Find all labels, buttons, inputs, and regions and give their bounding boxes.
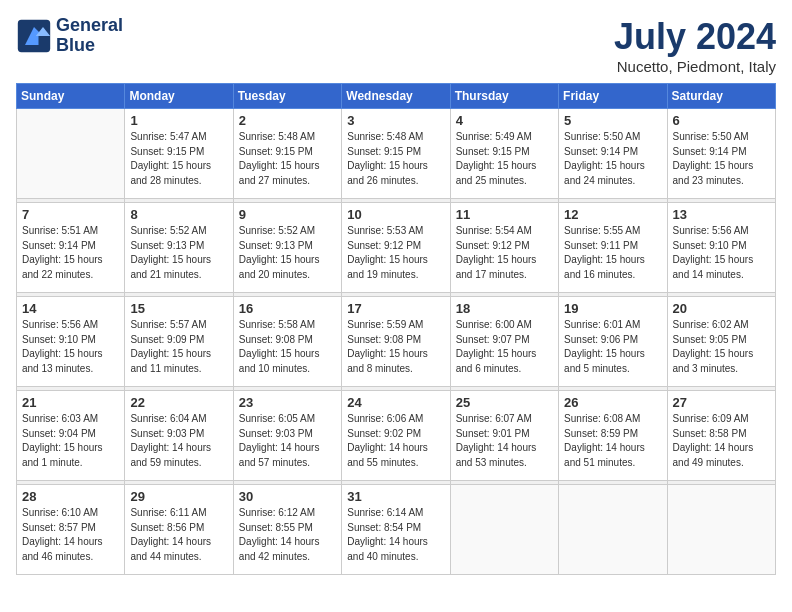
day-number: 29 xyxy=(130,489,227,504)
calendar-cell: 7Sunrise: 5:51 AM Sunset: 9:14 PM Daylig… xyxy=(17,203,125,293)
day-number: 13 xyxy=(673,207,770,222)
day-number: 10 xyxy=(347,207,444,222)
day-number: 22 xyxy=(130,395,227,410)
calendar-cell: 31Sunrise: 6:14 AM Sunset: 8:54 PM Dayli… xyxy=(342,485,450,575)
day-number: 25 xyxy=(456,395,553,410)
day-header-monday: Monday xyxy=(125,84,233,109)
day-info: Sunrise: 5:50 AM Sunset: 9:14 PM Dayligh… xyxy=(673,130,770,188)
day-number: 16 xyxy=(239,301,336,316)
calendar-cell: 21Sunrise: 6:03 AM Sunset: 9:04 PM Dayli… xyxy=(17,391,125,481)
day-number: 6 xyxy=(673,113,770,128)
day-info: Sunrise: 6:00 AM Sunset: 9:07 PM Dayligh… xyxy=(456,318,553,376)
day-number: 30 xyxy=(239,489,336,504)
day-info: Sunrise: 5:49 AM Sunset: 9:15 PM Dayligh… xyxy=(456,130,553,188)
calendar-cell: 9Sunrise: 5:52 AM Sunset: 9:13 PM Daylig… xyxy=(233,203,341,293)
day-header-saturday: Saturday xyxy=(667,84,775,109)
day-info: Sunrise: 5:51 AM Sunset: 9:14 PM Dayligh… xyxy=(22,224,119,282)
day-number: 8 xyxy=(130,207,227,222)
day-info: Sunrise: 5:50 AM Sunset: 9:14 PM Dayligh… xyxy=(564,130,661,188)
calendar-cell: 30Sunrise: 6:12 AM Sunset: 8:55 PM Dayli… xyxy=(233,485,341,575)
logo: General Blue xyxy=(16,16,123,56)
calendar-header-row: SundayMondayTuesdayWednesdayThursdayFrid… xyxy=(17,84,776,109)
day-header-wednesday: Wednesday xyxy=(342,84,450,109)
location: Nucetto, Piedmont, Italy xyxy=(614,58,776,75)
calendar-week-row: 7Sunrise: 5:51 AM Sunset: 9:14 PM Daylig… xyxy=(17,203,776,293)
calendar-cell: 11Sunrise: 5:54 AM Sunset: 9:12 PM Dayli… xyxy=(450,203,558,293)
day-info: Sunrise: 5:52 AM Sunset: 9:13 PM Dayligh… xyxy=(130,224,227,282)
day-number: 4 xyxy=(456,113,553,128)
day-info: Sunrise: 6:06 AM Sunset: 9:02 PM Dayligh… xyxy=(347,412,444,470)
calendar-cell: 6Sunrise: 5:50 AM Sunset: 9:14 PM Daylig… xyxy=(667,109,775,199)
calendar-cell: 5Sunrise: 5:50 AM Sunset: 9:14 PM Daylig… xyxy=(559,109,667,199)
calendar-cell: 24Sunrise: 6:06 AM Sunset: 9:02 PM Dayli… xyxy=(342,391,450,481)
day-info: Sunrise: 6:04 AM Sunset: 9:03 PM Dayligh… xyxy=(130,412,227,470)
calendar-cell xyxy=(667,485,775,575)
day-info: Sunrise: 5:55 AM Sunset: 9:11 PM Dayligh… xyxy=(564,224,661,282)
day-number: 21 xyxy=(22,395,119,410)
day-info: Sunrise: 5:56 AM Sunset: 9:10 PM Dayligh… xyxy=(673,224,770,282)
day-info: Sunrise: 6:03 AM Sunset: 9:04 PM Dayligh… xyxy=(22,412,119,470)
day-number: 12 xyxy=(564,207,661,222)
calendar-cell: 29Sunrise: 6:11 AM Sunset: 8:56 PM Dayli… xyxy=(125,485,233,575)
day-info: Sunrise: 5:57 AM Sunset: 9:09 PM Dayligh… xyxy=(130,318,227,376)
day-number: 5 xyxy=(564,113,661,128)
day-info: Sunrise: 5:52 AM Sunset: 9:13 PM Dayligh… xyxy=(239,224,336,282)
day-info: Sunrise: 5:53 AM Sunset: 9:12 PM Dayligh… xyxy=(347,224,444,282)
calendar-cell: 22Sunrise: 6:04 AM Sunset: 9:03 PM Dayli… xyxy=(125,391,233,481)
day-info: Sunrise: 6:09 AM Sunset: 8:58 PM Dayligh… xyxy=(673,412,770,470)
day-number: 27 xyxy=(673,395,770,410)
calendar-week-row: 14Sunrise: 5:56 AM Sunset: 9:10 PM Dayli… xyxy=(17,297,776,387)
day-info: Sunrise: 5:54 AM Sunset: 9:12 PM Dayligh… xyxy=(456,224,553,282)
day-number: 24 xyxy=(347,395,444,410)
day-number: 31 xyxy=(347,489,444,504)
calendar-cell: 13Sunrise: 5:56 AM Sunset: 9:10 PM Dayli… xyxy=(667,203,775,293)
day-number: 18 xyxy=(456,301,553,316)
calendar-cell: 2Sunrise: 5:48 AM Sunset: 9:15 PM Daylig… xyxy=(233,109,341,199)
day-info: Sunrise: 5:48 AM Sunset: 9:15 PM Dayligh… xyxy=(347,130,444,188)
logo-line2: Blue xyxy=(56,36,123,56)
day-info: Sunrise: 6:14 AM Sunset: 8:54 PM Dayligh… xyxy=(347,506,444,564)
day-number: 23 xyxy=(239,395,336,410)
calendar-table: SundayMondayTuesdayWednesdayThursdayFrid… xyxy=(16,83,776,575)
calendar-cell: 28Sunrise: 6:10 AM Sunset: 8:57 PM Dayli… xyxy=(17,485,125,575)
day-info: Sunrise: 5:47 AM Sunset: 9:15 PM Dayligh… xyxy=(130,130,227,188)
calendar-cell: 14Sunrise: 5:56 AM Sunset: 9:10 PM Dayli… xyxy=(17,297,125,387)
calendar-cell: 8Sunrise: 5:52 AM Sunset: 9:13 PM Daylig… xyxy=(125,203,233,293)
calendar-cell xyxy=(559,485,667,575)
calendar-cell: 3Sunrise: 5:48 AM Sunset: 9:15 PM Daylig… xyxy=(342,109,450,199)
day-number: 11 xyxy=(456,207,553,222)
day-number: 20 xyxy=(673,301,770,316)
calendar-cell: 27Sunrise: 6:09 AM Sunset: 8:58 PM Dayli… xyxy=(667,391,775,481)
title-block: July 2024 Nucetto, Piedmont, Italy xyxy=(614,16,776,75)
calendar-week-row: 28Sunrise: 6:10 AM Sunset: 8:57 PM Dayli… xyxy=(17,485,776,575)
day-info: Sunrise: 6:10 AM Sunset: 8:57 PM Dayligh… xyxy=(22,506,119,564)
calendar-cell: 18Sunrise: 6:00 AM Sunset: 9:07 PM Dayli… xyxy=(450,297,558,387)
day-number: 28 xyxy=(22,489,119,504)
day-info: Sunrise: 6:02 AM Sunset: 9:05 PM Dayligh… xyxy=(673,318,770,376)
calendar-cell: 25Sunrise: 6:07 AM Sunset: 9:01 PM Dayli… xyxy=(450,391,558,481)
logo-line1: General xyxy=(56,16,123,36)
day-number: 19 xyxy=(564,301,661,316)
day-info: Sunrise: 5:56 AM Sunset: 9:10 PM Dayligh… xyxy=(22,318,119,376)
calendar-cell: 16Sunrise: 5:58 AM Sunset: 9:08 PM Dayli… xyxy=(233,297,341,387)
calendar-cell xyxy=(450,485,558,575)
day-number: 9 xyxy=(239,207,336,222)
day-number: 2 xyxy=(239,113,336,128)
calendar-cell: 17Sunrise: 5:59 AM Sunset: 9:08 PM Dayli… xyxy=(342,297,450,387)
day-info: Sunrise: 6:07 AM Sunset: 9:01 PM Dayligh… xyxy=(456,412,553,470)
day-number: 3 xyxy=(347,113,444,128)
day-header-friday: Friday xyxy=(559,84,667,109)
day-number: 14 xyxy=(22,301,119,316)
day-info: Sunrise: 6:11 AM Sunset: 8:56 PM Dayligh… xyxy=(130,506,227,564)
day-number: 17 xyxy=(347,301,444,316)
day-info: Sunrise: 5:58 AM Sunset: 9:08 PM Dayligh… xyxy=(239,318,336,376)
day-header-thursday: Thursday xyxy=(450,84,558,109)
calendar-week-row: 1Sunrise: 5:47 AM Sunset: 9:15 PM Daylig… xyxy=(17,109,776,199)
calendar-cell: 15Sunrise: 5:57 AM Sunset: 9:09 PM Dayli… xyxy=(125,297,233,387)
calendar-cell: 4Sunrise: 5:49 AM Sunset: 9:15 PM Daylig… xyxy=(450,109,558,199)
day-info: Sunrise: 5:59 AM Sunset: 9:08 PM Dayligh… xyxy=(347,318,444,376)
day-info: Sunrise: 6:08 AM Sunset: 8:59 PM Dayligh… xyxy=(564,412,661,470)
calendar-cell: 19Sunrise: 6:01 AM Sunset: 9:06 PM Dayli… xyxy=(559,297,667,387)
day-header-sunday: Sunday xyxy=(17,84,125,109)
calendar-cell: 23Sunrise: 6:05 AM Sunset: 9:03 PM Dayli… xyxy=(233,391,341,481)
